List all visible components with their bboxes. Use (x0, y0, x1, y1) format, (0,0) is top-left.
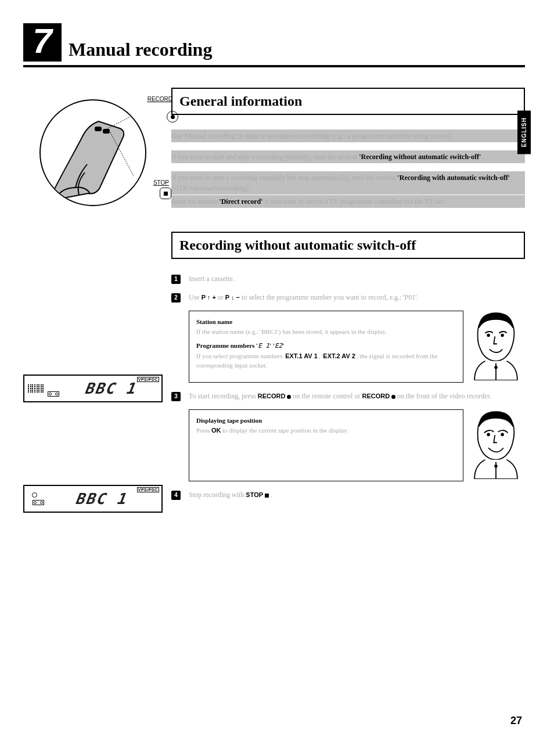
key-ok: OK (211, 427, 221, 434)
step-1: 1 Insert a cassette. (171, 273, 525, 284)
face-icon (467, 311, 525, 380)
general-para3-bold: 'Recording with automatic switch-off' (397, 174, 510, 182)
display-text-1: BBC 1 (62, 380, 159, 397)
bullet-3: 3 (171, 392, 181, 401)
tip2-pre: Press (196, 427, 211, 434)
tip1-h2-mid: ' ' (269, 342, 275, 349)
chapter-header: 7 Manual recording (23, 23, 525, 67)
svg-line-2 (106, 115, 134, 129)
svg-point-7 (487, 434, 490, 436)
general-para1: Use 'Manual recording' to make a spontan… (171, 132, 452, 140)
step-1-text: Insert a cassette. (189, 273, 525, 284)
step2-post: to select the programme number you want … (242, 293, 418, 301)
bullet-2: 2 (171, 293, 181, 303)
tip-box-1: Station name If the station name (e.g.: … (189, 311, 525, 383)
step3-post: on the front of the video recorder. (397, 392, 491, 400)
general-para4-bold: 'Direct record' (219, 197, 262, 206)
tip1-l2-mid: ', ' (318, 352, 323, 359)
step4-pre: Stop recording with (189, 491, 246, 499)
remote-circle (39, 99, 146, 206)
general-para4-post: if you want to record a TV programme con… (265, 197, 445, 206)
general-para4-pre: Read the section (171, 197, 219, 206)
record-label: RECORD (148, 96, 172, 102)
page-number: 27 (510, 715, 522, 727)
record-button-icon (167, 111, 178, 123)
tip1-seg2: E2 (275, 342, 282, 350)
tip1-h2-pre: Programme numbers ' (196, 342, 258, 349)
key-record-remote: RECORD (258, 393, 292, 399)
bullet-1: 1 (171, 275, 181, 284)
key-stop: STOP (246, 491, 269, 498)
tip1-h1: Station name (196, 317, 456, 327)
step2-pre: Use (189, 293, 202, 301)
section-heading-recording: Recording without automatic switch-off (171, 232, 525, 259)
stop-label: STOP (153, 179, 169, 186)
step-4: 4 Stop recording with STOP . (171, 489, 525, 500)
general-para2-post: . (481, 153, 483, 161)
chapter-title: Manual recording (69, 39, 212, 62)
svg-point-4 (487, 334, 490, 337)
general-para3-post: (OTR one-touch-recording). (171, 184, 250, 192)
stop-button-icon (160, 188, 171, 199)
tip1-l1: If the station name (e.g.: 'BBC1') has b… (196, 327, 456, 337)
dot-matrix-icon (28, 384, 44, 393)
tip2-h: Displaying tape position (196, 416, 456, 426)
key-p-down: P ↓ − (225, 294, 240, 301)
svg-rect-1 (103, 129, 109, 133)
bullet-4: 4 (171, 491, 181, 500)
tape-icon (33, 500, 44, 505)
general-para2-bold: 'Recording without automatic switch-off' (359, 153, 481, 161)
vcr-display-1: VPS/PDC BBC 1 (23, 375, 163, 402)
step-3: 3 To start recording, press RECORD on th… (171, 391, 525, 401)
step3-mid: on the remote control or (293, 392, 362, 400)
vcr-display-2: VPS/PDC BBC 1 (23, 485, 163, 513)
left-column: RECORD (23, 88, 171, 520)
tape-icon (48, 391, 59, 397)
tip1-l2-pre: If you select programme numbers ' (196, 352, 285, 359)
chapter-number: 7 (23, 23, 62, 62)
key-ext2: EXT.2 AV 2 (323, 352, 355, 359)
step4-post: . (271, 491, 272, 499)
svg-point-9 (495, 465, 497, 467)
tip1-h2-post: ' (282, 342, 284, 349)
tip-box-2: Displaying tape position Press OK to dis… (189, 409, 525, 481)
display-text-2: BBC 1 (43, 490, 159, 507)
step-2: 2 Use P ↑ + or P ↓ − to select the progr… (171, 292, 525, 303)
remote-illustration: RECORD (32, 99, 154, 206)
svg-point-6 (495, 366, 497, 369)
step2-mid: or (218, 293, 225, 301)
tip1-seg1: E 1 (258, 342, 269, 350)
face-icon (467, 409, 525, 479)
key-record-front: RECORD (362, 393, 395, 399)
record-dot-icon (32, 492, 37, 498)
language-tab: ENGLISH (517, 110, 531, 154)
step3-pre: To start recording, press (189, 392, 258, 400)
general-para2-pre: If you want to start and stop a recordin… (171, 153, 359, 161)
general-para3-pre: If you want to start a recording manuall… (171, 174, 397, 182)
svg-point-8 (501, 434, 503, 436)
key-p-up: P ↑ + (202, 294, 216, 301)
page: 7 Manual recording ENGLISH RECORD (0, 0, 554, 756)
svg-point-5 (501, 334, 503, 337)
tip2-post: to display the current tape position in … (222, 427, 348, 434)
general-info-body: Use 'Manual recording' to make a spontan… (171, 129, 525, 208)
hand-remote-icon (41, 100, 145, 205)
svg-rect-0 (95, 127, 101, 131)
key-ext1: EXT.1 AV 1 (285, 352, 318, 359)
section-heading-general: General information (171, 88, 525, 115)
right-column: General information Use 'Manual recordin… (171, 88, 525, 520)
